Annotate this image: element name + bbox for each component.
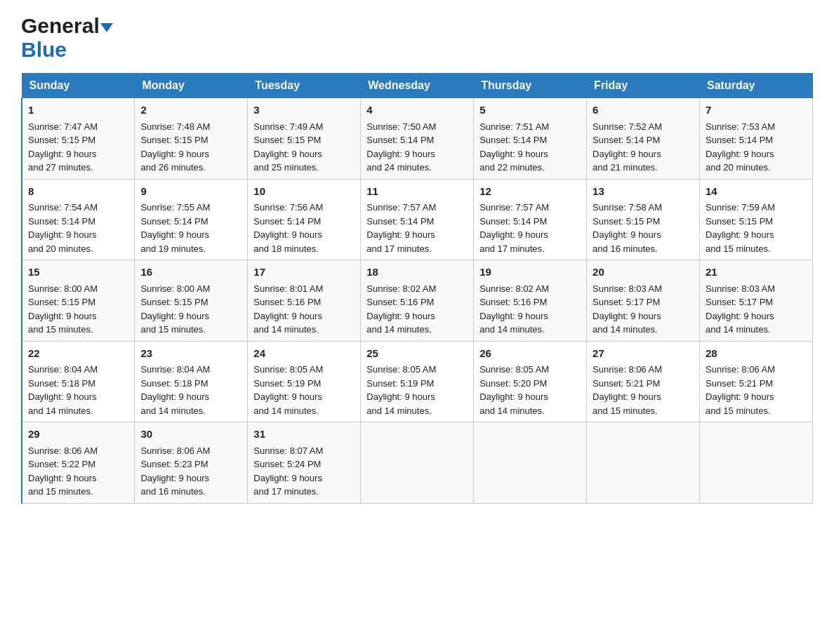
day-number: 2 [140,102,241,119]
day-info: Sunrise: 8:06 AM Sunset: 5:22 PM Dayligh… [28,444,128,499]
day-number: 25 [366,346,468,362]
calendar-cell: 30 Sunrise: 8:06 AM Sunset: 5:23 PM Dayl… [135,422,248,504]
day-number: 10 [253,184,355,200]
week-row-1: 1 Sunrise: 7:47 AM Sunset: 5:15 PM Dayli… [22,98,813,180]
day-info: Sunrise: 8:04 AM Sunset: 5:18 PM Dayligh… [28,363,128,417]
day-header-friday: Friday [587,74,700,98]
day-info: Sunrise: 7:53 AM Sunset: 5:14 PM Dayligh… [706,120,807,175]
calendar-cell: 27 Sunrise: 8:06 AM Sunset: 5:21 PM Dayl… [587,341,700,422]
day-info: Sunrise: 8:05 AM Sunset: 5:20 PM Dayligh… [479,363,581,417]
day-number: 12 [479,184,581,200]
calendar-cell: 21 Sunrise: 8:03 AM Sunset: 5:17 PM Dayl… [700,260,813,342]
calendar-cell: 22 Sunrise: 8:04 AM Sunset: 5:18 PM Dayl… [22,341,135,422]
day-number: 17 [253,264,355,281]
calendar-cell [587,422,700,504]
day-info: Sunrise: 8:06 AM Sunset: 5:21 PM Dayligh… [593,363,694,417]
day-number: 20 [593,264,694,281]
calendar-cell: 5 Sunrise: 7:51 AM Sunset: 5:14 PM Dayli… [474,98,587,180]
day-info: Sunrise: 8:02 AM Sunset: 5:16 PM Dayligh… [479,282,581,337]
day-number: 14 [706,184,807,200]
calendar-cell: 9 Sunrise: 7:55 AM Sunset: 5:14 PM Dayli… [135,179,248,260]
day-number: 29 [28,427,128,443]
calendar-cell [361,422,474,504]
calendar-cell: 20 Sunrise: 8:03 AM Sunset: 5:17 PM Dayl… [587,260,700,342]
day-info: Sunrise: 8:03 AM Sunset: 5:17 PM Dayligh… [593,282,694,337]
day-number: 13 [593,184,694,200]
week-row-5: 29 Sunrise: 8:06 AM Sunset: 5:22 PM Dayl… [22,422,813,504]
day-info: Sunrise: 8:00 AM Sunset: 5:15 PM Dayligh… [28,282,128,337]
calendar-cell: 15 Sunrise: 8:00 AM Sunset: 5:15 PM Dayl… [22,260,135,342]
day-info: Sunrise: 8:06 AM Sunset: 5:23 PM Dayligh… [140,444,241,499]
calendar-cell: 2 Sunrise: 7:48 AM Sunset: 5:15 PM Dayli… [135,98,248,180]
day-number: 31 [253,427,355,443]
day-number: 21 [706,264,807,281]
day-info: Sunrise: 7:47 AM Sunset: 5:15 PM Dayligh… [28,120,128,175]
day-header-sunday: Sunday [22,74,135,98]
page-header: General Blue [21,14,813,62]
day-number: 4 [366,102,468,119]
calendar-cell: 12 Sunrise: 7:57 AM Sunset: 5:14 PM Dayl… [474,179,587,260]
calendar-cell: 10 Sunrise: 7:56 AM Sunset: 5:14 PM Dayl… [248,179,361,260]
day-header-wednesday: Wednesday [361,74,474,98]
day-number: 16 [140,264,241,281]
day-info: Sunrise: 8:02 AM Sunset: 5:16 PM Dayligh… [366,282,468,337]
day-info: Sunrise: 7:51 AM Sunset: 5:14 PM Dayligh… [479,120,581,175]
day-number: 27 [593,346,694,362]
day-info: Sunrise: 7:55 AM Sunset: 5:14 PM Dayligh… [140,201,241,255]
logo-blue: Blue [21,38,67,62]
day-number: 9 [140,184,241,200]
day-number: 30 [140,427,241,443]
day-info: Sunrise: 7:50 AM Sunset: 5:14 PM Dayligh… [366,120,468,175]
calendar-cell: 17 Sunrise: 8:01 AM Sunset: 5:16 PM Dayl… [248,260,361,342]
calendar-cell: 29 Sunrise: 8:06 AM Sunset: 5:22 PM Dayl… [22,422,135,504]
day-info: Sunrise: 8:04 AM Sunset: 5:18 PM Dayligh… [140,363,241,417]
day-info: Sunrise: 8:00 AM Sunset: 5:15 PM Dayligh… [140,282,241,337]
calendar-cell: 7 Sunrise: 7:53 AM Sunset: 5:14 PM Dayli… [700,98,813,180]
day-number: 11 [366,184,468,200]
calendar-cell: 4 Sunrise: 7:50 AM Sunset: 5:14 PM Dayli… [361,98,474,180]
logo: General Blue [21,14,113,62]
week-row-2: 8 Sunrise: 7:54 AM Sunset: 5:14 PM Dayli… [22,179,813,260]
day-info: Sunrise: 7:59 AM Sunset: 5:15 PM Dayligh… [706,201,807,255]
calendar-cell: 16 Sunrise: 8:00 AM Sunset: 5:15 PM Dayl… [135,260,248,342]
week-row-4: 22 Sunrise: 8:04 AM Sunset: 5:18 PM Dayl… [22,341,813,422]
day-info: Sunrise: 7:48 AM Sunset: 5:15 PM Dayligh… [140,120,241,175]
day-number: 19 [479,264,581,281]
day-info: Sunrise: 8:01 AM Sunset: 5:16 PM Dayligh… [253,282,355,337]
day-info: Sunrise: 8:05 AM Sunset: 5:19 PM Dayligh… [366,363,468,417]
day-info: Sunrise: 7:58 AM Sunset: 5:15 PM Dayligh… [593,201,694,255]
calendar-cell: 31 Sunrise: 8:07 AM Sunset: 5:24 PM Dayl… [248,422,361,504]
day-info: Sunrise: 7:57 AM Sunset: 5:14 PM Dayligh… [479,201,581,255]
calendar-table: SundayMondayTuesdayWednesdayThursdayFrid… [21,73,813,504]
calendar-cell: 24 Sunrise: 8:05 AM Sunset: 5:19 PM Dayl… [248,341,361,422]
day-header-saturday: Saturday [700,74,813,98]
calendar-cell: 6 Sunrise: 7:52 AM Sunset: 5:14 PM Dayli… [587,98,700,180]
calendar-cell: 25 Sunrise: 8:05 AM Sunset: 5:19 PM Dayl… [361,341,474,422]
day-number: 3 [253,102,355,119]
logo-general: General [21,14,100,38]
day-header-tuesday: Tuesday [248,74,361,98]
calendar-cell: 3 Sunrise: 7:49 AM Sunset: 5:15 PM Dayli… [248,98,361,180]
day-info: Sunrise: 7:52 AM Sunset: 5:14 PM Dayligh… [593,120,694,175]
day-info: Sunrise: 7:56 AM Sunset: 5:14 PM Dayligh… [253,201,355,255]
day-number: 1 [28,102,128,119]
calendar-cell: 11 Sunrise: 7:57 AM Sunset: 5:14 PM Dayl… [361,179,474,260]
week-row-3: 15 Sunrise: 8:00 AM Sunset: 5:15 PM Dayl… [22,260,813,342]
calendar-cell: 23 Sunrise: 8:04 AM Sunset: 5:18 PM Dayl… [135,341,248,422]
day-number: 26 [479,346,581,362]
day-header-thursday: Thursday [474,74,587,98]
day-number: 6 [593,102,694,119]
calendar-cell: 14 Sunrise: 7:59 AM Sunset: 5:15 PM Dayl… [700,179,813,260]
day-info: Sunrise: 7:49 AM Sunset: 5:15 PM Dayligh… [253,120,355,175]
calendar-cell: 13 Sunrise: 7:58 AM Sunset: 5:15 PM Dayl… [587,179,700,260]
day-number: 23 [140,346,241,362]
header-row: SundayMondayTuesdayWednesdayThursdayFrid… [22,74,813,98]
day-info: Sunrise: 7:57 AM Sunset: 5:14 PM Dayligh… [366,201,468,255]
day-number: 5 [479,102,581,119]
calendar-cell: 28 Sunrise: 8:06 AM Sunset: 5:21 PM Dayl… [700,341,813,422]
day-number: 8 [28,184,128,200]
day-info: Sunrise: 8:03 AM Sunset: 5:17 PM Dayligh… [706,282,807,337]
day-number: 15 [28,264,128,281]
day-number: 18 [366,264,468,281]
day-number: 24 [253,346,355,362]
